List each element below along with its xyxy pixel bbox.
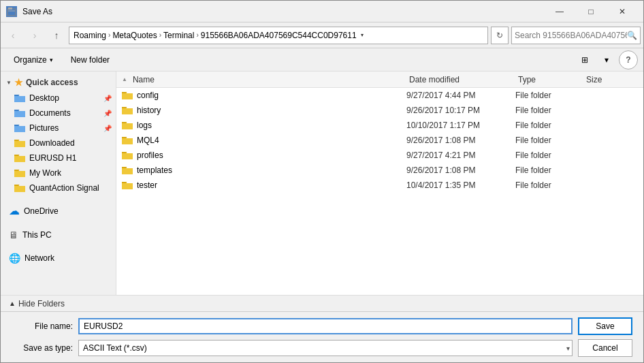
col-header-type[interactable]: Type [515,75,538,84]
file-type: File folder [515,121,583,130]
saveas-label: Save as type: [12,343,73,353]
view-button[interactable]: ⊞ [575,51,594,69]
breadcrumb-metaquotes[interactable]: MetaQuotes [112,31,157,40]
search-input[interactable] [515,31,627,40]
sidebar-divider-3 [1,244,116,249]
file-date: 9/27/2017 4:44 PM [406,91,515,100]
svg-rect-12 [122,123,133,129]
file-name: tester [137,180,157,190]
column-header: ▲ Name Date modified Type Size [116,72,643,88]
col-header-size[interactable]: Size [583,75,605,84]
file-type: File folder [515,91,583,100]
file-name: logs [137,121,152,130]
quick-access-header[interactable]: ▼ ★ Quick access [1,74,116,91]
filetype-wrapper: ASCII Text (*.csv) ▾ [78,340,573,356]
sidebar-item-network[interactable]: 🌐 Network [1,249,116,267]
table-row[interactable]: profiles 9/27/2017 4:21 PM File folder [116,148,643,163]
help-button[interactable]: ? [619,50,638,69]
sidebar-item-thispc[interactable]: 🖥 This PC [1,226,116,244]
svg-rect-6 [14,141,25,147]
pictures-folder-icon [14,123,25,133]
save-button[interactable]: Save [578,317,632,335]
file-type: File folder [515,151,583,160]
eurusd-folder-icon [14,153,25,163]
up-button[interactable]: ↑ [47,26,66,45]
breadcrumb-roaming[interactable]: Roaming [74,31,106,40]
file-name: history [137,106,161,115]
close-button[interactable]: ✕ [607,1,638,22]
table-row[interactable]: logs 10/10/2017 1:17 PM File folder [116,118,643,133]
svg-rect-1 [8,7,12,10]
sidebar-item-mywork[interactable]: My Work [1,165,116,180]
mywork-folder-icon [14,168,25,178]
desktop-folder-icon [14,93,25,104]
svg-rect-13 [122,138,133,144]
sidebar-item-downloaded[interactable]: Downloaded [1,136,116,151]
sidebar-item-eurusd[interactable]: EURUSD H1 [1,151,116,165]
sidebar-item-pictures[interactable]: Pictures 📌 [1,121,116,136]
breadcrumb-bar: Roaming › MetaQuotes › Terminal › 915566… [69,27,488,44]
col-header-date[interactable]: Date modified [406,75,462,84]
folder-icon [122,151,133,160]
file-date: 9/26/2017 1:08 PM [406,136,515,145]
file-date: 9/26/2017 1:08 PM [406,165,515,175]
table-row[interactable]: tester 10/4/2017 1:35 PM File folder [116,178,643,193]
sidebar-divider-2 [1,221,116,226]
window-icon [6,6,17,17]
folder-icon [122,121,133,130]
filename-input[interactable] [78,318,573,334]
file-type: File folder [515,165,583,175]
svg-rect-10 [122,93,133,99]
svg-rect-5 [14,126,25,132]
pin-icon: 📌 [103,95,112,102]
forward-button[interactable]: › [25,26,44,45]
refresh-button[interactable]: ↻ [491,27,509,44]
table-row[interactable]: templates 9/26/2017 1:08 PM File folder [116,163,643,178]
file-type: File folder [515,180,583,190]
main-area: ▼ ★ Quick access Desktop 📌 [1,72,643,295]
svg-rect-9 [14,186,25,192]
table-row[interactable]: MQL4 9/26/2017 1:08 PM File folder [116,133,643,148]
new-folder-button[interactable]: New folder [63,51,117,69]
hide-folders-bar[interactable]: ▲ Hide Folders [1,295,643,311]
file-name: config [137,91,159,100]
table-row[interactable]: history 9/26/2017 10:17 PM File folder [116,103,643,118]
breadcrumb-dropdown[interactable]: ▾ [357,27,368,44]
file-rows-container: config 9/27/2017 4:44 PM File folder his… [116,88,643,193]
svg-rect-15 [122,168,133,174]
filetype-select[interactable]: ASCII Text (*.csv) [78,340,573,356]
title-bar: Save As — □ ✕ [1,1,643,22]
sort-arrow: ▲ [122,76,127,82]
breadcrumb-hash[interactable]: 915566BA06ADA407569C544CC0D97611 [201,31,357,40]
organize-button[interactable]: Organize ▾ [6,51,61,69]
view-dropdown-button[interactable]: ▾ [597,51,616,69]
file-type: File folder [515,136,583,145]
sidebar-item-documents[interactable]: Documents 📌 [1,106,116,121]
col-header-name[interactable]: Name [130,75,157,84]
sidebar-item-onedrive[interactable]: ☁ OneDrive [1,201,116,221]
sidebar-item-desktop[interactable]: Desktop 📌 [1,91,116,106]
address-bar: ‹ › ↑ Roaming › MetaQuotes › Terminal › … [1,22,643,48]
svg-rect-0 [7,9,16,16]
file-list-area: ▲ Name Date modified Type Size [116,72,643,295]
file-name: profiles [137,151,163,160]
pin-icon: 📌 [103,125,112,132]
cancel-button[interactable]: Cancel [578,339,632,357]
search-box: 🔍 [511,27,641,44]
svg-rect-14 [122,153,133,159]
sidebar-item-quantaction[interactable]: QuantAction Signal [1,180,116,195]
back-button[interactable]: ‹ [3,26,22,45]
quick-access-arrow: ▼ [6,80,12,86]
breadcrumb-terminal[interactable]: Terminal [163,31,194,40]
minimize-button[interactable]: — [544,1,575,22]
pin-icon: 📌 [103,110,112,117]
svg-rect-3 [14,96,25,102]
maximize-button[interactable]: □ [575,1,607,22]
save-as-window: Save As — □ ✕ ‹ › ↑ Roaming › MetaQuotes… [0,0,644,363]
table-row[interactable]: config 9/27/2017 4:44 PM File folder [116,88,643,103]
file-date: 9/27/2017 4:21 PM [406,151,515,160]
svg-rect-7 [14,156,25,162]
sidebar: ▼ ★ Quick access Desktop 📌 [1,72,116,295]
folder-icon [122,106,133,115]
file-type: File folder [515,106,583,115]
